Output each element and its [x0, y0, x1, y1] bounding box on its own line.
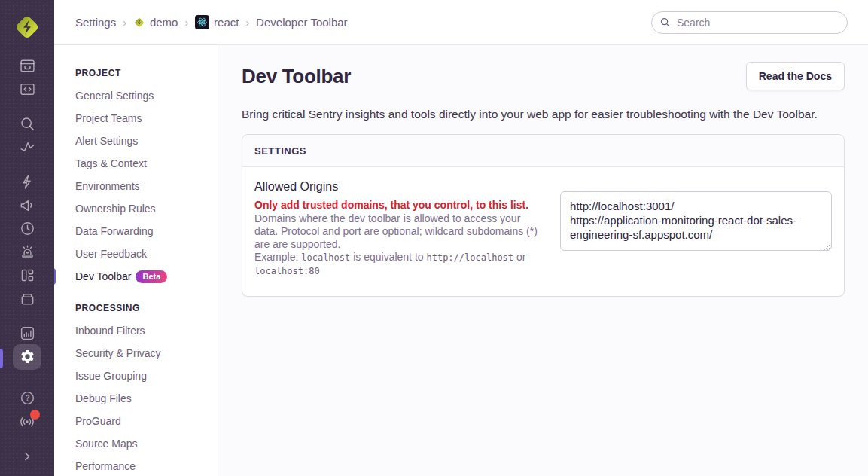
sidebar-item-label: User Feedback	[75, 248, 147, 260]
example-middle-text: is equivalent to	[353, 251, 423, 263]
vitals-pulse-icon[interactable]	[0, 136, 54, 159]
notification-dot	[30, 410, 40, 420]
breadcrumb-label: Settings	[75, 16, 116, 29]
feedback-megaphone-icon[interactable]	[0, 194, 54, 217]
sentry-logo-icon[interactable]	[0, 12, 54, 42]
sidebar-item-label: Inbound Filters	[75, 325, 145, 337]
settings-sidebar: PROJECT General Settings Project Teams A…	[54, 45, 218, 476]
sidebar-item-inbound-filters[interactable]: Inbound Filters	[75, 319, 218, 342]
settings-panel: SETTINGS Allowed Origins Only add truste…	[242, 134, 845, 297]
example-code-localhost: localhost	[301, 252, 350, 263]
projects-icon[interactable]	[0, 78, 54, 101]
sidebar-item-user-feedback[interactable]: User Feedback	[75, 243, 218, 265]
beta-badge: Beta	[136, 270, 167, 283]
help-icon[interactable]: ?	[0, 386, 54, 410]
sidebar-section-project: PROJECT General Settings Project Teams A…	[75, 68, 218, 288]
sidebar-item-tags-context[interactable]: Tags & Context	[75, 152, 218, 175]
allowed-origins-example: Example: localhost is equivalent to http…	[254, 251, 542, 278]
collapse-chevron-icon[interactable]	[0, 444, 54, 468]
dashboards-icon[interactable]	[0, 264, 54, 287]
allowed-origins-label: Allowed Origins	[254, 180, 542, 194]
sidebar-item-label: Data Forwarding	[75, 225, 154, 237]
app-window: ? Settings ›	[0, 0, 868, 476]
breadcrumb-label: react	[214, 16, 239, 29]
breadcrumb-separator: ›	[184, 17, 188, 29]
sidebar-item-project-teams[interactable]: Project Teams	[75, 107, 218, 130]
sidebar-item-label: Debug Files	[75, 392, 132, 404]
section-label-processing: PROCESSING	[75, 303, 218, 313]
section-label-project: PROJECT	[75, 68, 218, 78]
sidebar-item-label: Alert Settings	[75, 135, 138, 147]
settings-gear-icon[interactable]	[0, 345, 54, 368]
settings-panel-header: SETTINGS	[242, 135, 844, 167]
sidebar-item-environments[interactable]: Environments	[75, 175, 218, 197]
page-title: Dev Toolbar	[242, 65, 351, 88]
alerts-siren-icon[interactable]	[0, 240, 54, 264]
sidebar-item-label: Source Maps	[75, 438, 137, 450]
sidebar-item-ownership-rules[interactable]: Ownership Rules	[75, 197, 218, 220]
sidebar-item-debug-files[interactable]: Debug Files	[75, 387, 218, 410]
sidebar-item-label: Dev Toolbar	[75, 270, 131, 282]
sidebar-item-label: Security & Privacy	[75, 347, 161, 359]
search-box	[651, 11, 848, 34]
releases-lightning-icon[interactable]	[0, 170, 54, 194]
breadcrumb-label: demo	[150, 16, 178, 29]
react-project-icon	[195, 15, 209, 29]
storage-box-icon[interactable]	[0, 287, 54, 310]
breadcrumb-org-demo[interactable]: demo	[133, 16, 178, 29]
explore-search-icon[interactable]	[0, 112, 54, 136]
sidebar-item-label: Ownership Rules	[75, 203, 156, 215]
breadcrumb-separator: ›	[245, 17, 249, 29]
sentry-org-icon	[133, 17, 145, 29]
breadcrumb-separator: ›	[123, 17, 126, 29]
sidebar-item-label: General Settings	[75, 90, 154, 102]
read-the-docs-button[interactable]: Read the Docs	[746, 62, 845, 90]
svg-text:?: ?	[25, 394, 29, 402]
rail-active-indicator	[0, 349, 3, 368]
allowed-origins-textarea[interactable]: http://localhost:3001/ https://applicati…	[560, 191, 832, 251]
search-icon	[659, 17, 671, 31]
example-or-text: or	[516, 251, 525, 263]
top-bar: Settings › demo ›	[54, 0, 868, 45]
allowed-origins-help: Domains where the dev toolbar is allowed…	[254, 212, 542, 251]
sidebar-item-label: Issue Grouping	[75, 370, 147, 382]
sidebar-item-dev-toolbar[interactable]: Dev Toolbar Beta	[75, 265, 218, 288]
sidebar-item-performance[interactable]: Performance	[75, 455, 218, 476]
sidebar-item-issue-grouping[interactable]: Issue Grouping	[75, 365, 218, 387]
issues-icon[interactable]	[0, 54, 54, 78]
page-description: Bring critical Sentry insights and tools…	[242, 108, 845, 121]
sidebar-section-processing: PROCESSING Inbound Filters Security & Pr…	[75, 303, 218, 476]
allowed-origins-warning: Only add trusted domains, that you contr…	[254, 199, 542, 212]
sidebar-item-label: Tags & Context	[75, 157, 147, 169]
breadcrumb-project-react[interactable]: react	[195, 15, 239, 29]
nav-rail: ?	[0, 0, 54, 476]
main-content: Dev Toolbar Read the Docs Bring critical…	[218, 45, 868, 476]
stats-icon[interactable]	[0, 322, 54, 345]
sidebar-item-data-forwarding[interactable]: Data Forwarding	[75, 220, 218, 243]
replays-clock-icon[interactable]	[0, 217, 54, 240]
breadcrumb: Settings › demo ›	[54, 15, 348, 29]
settings-active-highlight	[13, 344, 41, 370]
example-prefix: Example:	[254, 251, 298, 263]
breadcrumb-settings[interactable]: Settings	[75, 16, 116, 29]
sidebar-item-label: Environments	[75, 180, 140, 192]
example-code-http-localhost: http://localhost	[426, 252, 513, 263]
sidebar-item-label: Project Teams	[75, 112, 142, 124]
example-code-localhost-80: localhost:80	[254, 266, 320, 276]
whats-new-broadcast-icon[interactable]	[0, 410, 54, 433]
sidebar-item-proguard[interactable]: ProGuard	[75, 410, 218, 432]
sidebar-item-general-settings[interactable]: General Settings	[75, 84, 218, 107]
sidebar-item-label: Performance	[75, 460, 136, 472]
breadcrumb-label: Developer Toolbar	[256, 16, 347, 29]
search-input[interactable]	[651, 11, 848, 34]
sidebar-item-alert-settings[interactable]: Alert Settings	[75, 130, 218, 152]
sidebar-item-label: ProGuard	[75, 415, 121, 427]
sidebar-item-source-maps[interactable]: Source Maps	[75, 432, 218, 455]
breadcrumb-developer-toolbar[interactable]: Developer Toolbar	[256, 16, 347, 29]
sidebar-item-security-privacy[interactable]: Security & Privacy	[75, 342, 218, 365]
